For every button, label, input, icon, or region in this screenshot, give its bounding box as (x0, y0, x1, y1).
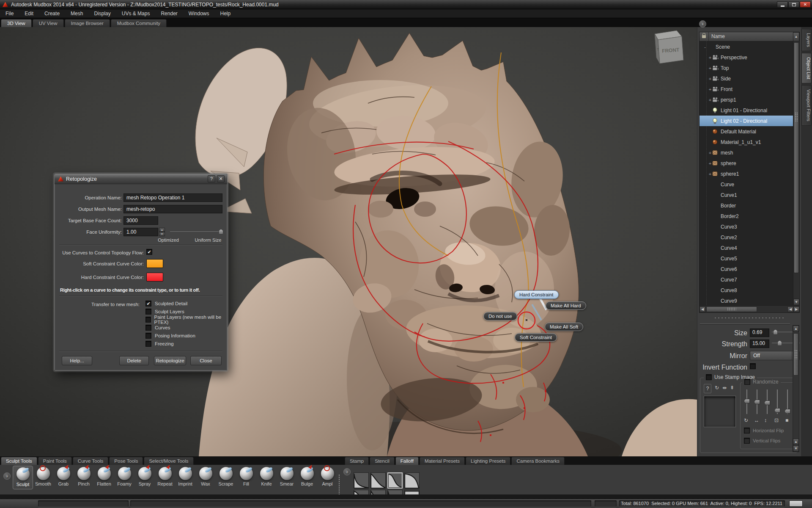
front-view-cube[interactable]: FRONT T (655, 30, 683, 64)
tool-flatten[interactable]: Flatten (94, 466, 114, 489)
stamp-hflip-icon[interactable]: ⇹ (722, 385, 727, 391)
dialog-title-bar[interactable]: Retopologize ? ✕ (55, 174, 227, 184)
vertical-flip-checkbox[interactable] (744, 438, 750, 444)
falloff-preset-scurve[interactable] (387, 472, 403, 489)
tool-grab[interactable]: Grab (53, 466, 74, 489)
tree-scroll-down-button[interactable]: ▼ (793, 299, 799, 305)
side-tab-viewport-filters[interactable]: Viewport Filters (801, 85, 812, 126)
tool-sculpt[interactable]: Sculpt (13, 466, 33, 489)
tree-item-sphere[interactable]: +sphere (700, 158, 793, 168)
tree-item-curve9[interactable]: Curve9 (700, 295, 793, 305)
transfer-checkbox-paint-layers-new-mesh-will-be-ptex[interactable] (145, 317, 151, 323)
tree-item-curve7[interactable]: Curve7 (700, 274, 793, 285)
view-tab-image-browser[interactable]: Image Browser (65, 19, 110, 27)
use-stamp-image-checkbox[interactable] (706, 374, 712, 380)
tree-scrollbar-thumb[interactable] (794, 42, 799, 273)
lock-column-header[interactable] (700, 32, 709, 41)
name-column-header[interactable]: Name (709, 32, 793, 41)
tool-wax[interactable]: Wax (195, 466, 216, 489)
side-tab-object-list[interactable]: Object List (801, 53, 812, 83)
context-item-hard-constraint[interactable]: Hard Constraint (514, 290, 559, 299)
tray-tab-curve-tools[interactable]: Curve Tools (73, 457, 109, 465)
face-uniformity-slider[interactable] (170, 229, 223, 235)
random-square-icon[interactable]: ■ (785, 417, 788, 423)
face-uniformity-input[interactable] (123, 228, 158, 236)
view-tab-mudbox-community[interactable]: Mudbox Community (111, 19, 167, 27)
tree-scroll-left2-button[interactable]: ◀ (787, 306, 793, 312)
tool-ampl[interactable]: Ampl (317, 466, 337, 489)
stamp-preview-box[interactable] (704, 396, 736, 427)
delete-button[interactable]: Delete (119, 356, 149, 365)
tool-imprint[interactable]: Imprint (175, 466, 195, 489)
falloff-preset-steep[interactable] (354, 472, 369, 489)
random-hmove-icon[interactable]: ↔ (754, 417, 759, 423)
tree-item-curve4[interactable]: Curve4 (700, 243, 793, 253)
tree-vertical-scrollbar[interactable]: ▼ (793, 41, 799, 305)
tree-item-curve6[interactable]: Curve6 (700, 264, 793, 274)
tray-tab-pose-tools[interactable]: Pose Tools (109, 457, 143, 465)
object-panel-expand-button[interactable]: › (699, 20, 706, 28)
size-field[interactable]: 0.69 (750, 329, 769, 337)
random-slider-3[interactable] (764, 400, 770, 405)
tray-tab-lighting-presets[interactable]: Lighting Presets (466, 457, 510, 465)
operation-name-input[interactable] (123, 193, 222, 202)
tree-item-top[interactable]: +Top (700, 63, 793, 73)
view-tab-uv-view[interactable]: UV View (33, 19, 64, 27)
tool-fill[interactable]: Fill (236, 466, 256, 489)
stamp-unknown-button[interactable]: ? (704, 384, 711, 393)
tray-tab-material-presets[interactable]: Material Presets (420, 457, 465, 465)
tree-item-border2[interactable]: Border2 (700, 211, 793, 221)
randomize-checkbox[interactable] (744, 379, 750, 385)
tree-hscrollbar-thumb[interactable] (706, 306, 757, 312)
tree-item-mesh[interactable]: +mesh (700, 147, 793, 158)
props-scrollbar-thumb[interactable] (793, 333, 798, 375)
close-button[interactable]: ✕ (800, 1, 811, 8)
props-scroll-up2-button[interactable]: ▲ (793, 439, 799, 445)
dialog-close-button[interactable]: ✕ (217, 175, 225, 182)
tool-smooth[interactable]: Smooth (33, 466, 53, 489)
tool-scrape[interactable]: Scrape (216, 466, 236, 489)
maximize-button[interactable] (788, 1, 799, 8)
face-uniformity-spinner[interactable]: ▲▼ (159, 228, 165, 236)
dialog-help-button[interactable]: ? (208, 175, 215, 182)
tray-tab-select-move-tools[interactable]: Select/Move Tools (144, 457, 193, 465)
tray-tab-sculpt-tools[interactable]: Sculpt Tools (1, 457, 37, 465)
invert-function-checkbox[interactable] (750, 363, 756, 369)
tree-item-scene[interactable]: -Scene (700, 41, 793, 52)
use-curves-checkbox[interactable]: ✔ (146, 249, 152, 255)
props-scroll-up-button[interactable]: ▲ (793, 326, 799, 332)
menu-item-render[interactable]: Render (155, 9, 183, 18)
tree-item-persp1[interactable]: +persp1 (700, 94, 793, 105)
tree-item-curve1[interactable]: Curve1 (700, 190, 793, 200)
transfer-checkbox-freezing[interactable] (145, 341, 151, 347)
retopologize-button[interactable]: Retopologize (154, 356, 186, 365)
tree-item-curve2[interactable]: Curve2 (700, 232, 793, 243)
tree-item-side[interactable]: +Side (700, 73, 793, 84)
menu-item-display[interactable]: Display (88, 9, 116, 18)
falloff-preset-concave[interactable] (370, 472, 386, 489)
tool-spray[interactable]: Spray (134, 466, 155, 489)
tray-tab-camera-bookmarks[interactable]: Camera Bookmarks (511, 457, 565, 465)
random-scale-icon[interactable]: ⊡ (774, 417, 779, 423)
random-vmove-icon[interactable]: ↕ (764, 417, 767, 423)
tree-item-material-1-u1-v1[interactable]: Material_1_u1_v1 (700, 137, 793, 147)
tree-item-front[interactable]: +Front (700, 84, 793, 94)
tree-item-default-material[interactable]: Default Material (700, 126, 793, 137)
transfer-checkbox-curves[interactable] (145, 325, 151, 331)
tree-item-light-02-directional[interactable]: Light 02 - Directional (700, 116, 793, 126)
falloff-expand-button[interactable]: › (343, 468, 351, 475)
stamp-rotate-icon[interactable]: ↻ (715, 385, 719, 391)
tree-expander[interactable]: + (708, 66, 712, 71)
side-tab-layers[interactable]: Layers (801, 29, 812, 51)
tree-expander[interactable]: + (708, 150, 712, 155)
menu-item-create[interactable]: Create (39, 9, 65, 18)
help-button[interactable]: Help... (62, 356, 92, 365)
tool-bulge[interactable]: Bulge (297, 466, 317, 489)
context-item-soft-constraint[interactable]: Soft Constraint (515, 333, 557, 342)
panel-splitter[interactable] (714, 317, 784, 319)
close-button[interactable]: Close (190, 356, 222, 365)
props-scroll-down-button[interactable]: ▼ (793, 445, 799, 452)
tree-item-curve8[interactable]: Curve8 (700, 285, 793, 295)
tray-tab-stamp[interactable]: Stamp (345, 457, 369, 465)
tray-tab-stencil[interactable]: Stencil (370, 457, 395, 465)
